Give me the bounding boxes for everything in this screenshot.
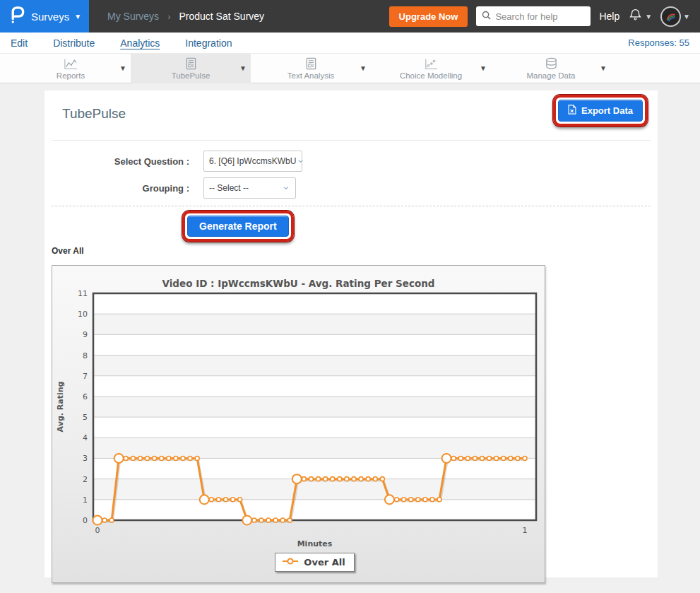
- nav-item-edit[interactable]: Edit: [11, 37, 28, 49]
- card-header: TubePulse Export Data: [45, 90, 658, 131]
- chevron-down-icon: ⌄: [281, 183, 290, 189]
- grouping-value: -- Select --: [209, 183, 281, 193]
- tab-manage-data[interactable]: Manage Data▼: [491, 54, 611, 83]
- dashed-divider: [52, 206, 651, 206]
- questionpro-logo-icon: [8, 4, 26, 29]
- top-navbar: Surveys ▼ My Surveys › Product Sat Surve…: [0, 0, 700, 33]
- account-menu[interactable]: ▼: [660, 6, 690, 27]
- report-doc-icon: [305, 57, 317, 71]
- svg-text:5: 5: [83, 413, 88, 422]
- legend-series-label: Over All: [304, 557, 345, 568]
- nav-item-distribute[interactable]: Distribute: [53, 37, 95, 49]
- svg-text:Avg. Rating: Avg. Rating: [56, 382, 65, 433]
- chevron-down-icon[interactable]: ▼: [480, 64, 487, 72]
- tab-choice-modelling[interactable]: Choice Modelling▼: [371, 54, 491, 83]
- rating-line-chart: 01234567891011Avg. Rating01: [52, 289, 545, 538]
- breadcrumb-current-survey: Product Sat Survey: [179, 11, 264, 22]
- brand-menu[interactable]: Surveys ▼: [0, 0, 89, 33]
- annotation-highlight-export: Export Data: [553, 95, 648, 127]
- chevron-down-icon: ▼: [74, 13, 81, 20]
- report-doc-icon: [185, 57, 197, 71]
- responses-count: Responses: 55: [628, 37, 689, 48]
- excel-file-icon: [568, 105, 576, 117]
- chevron-down-icon: ▼: [645, 13, 652, 20]
- notifications-menu[interactable]: ▼: [628, 7, 652, 25]
- svg-text:9: 9: [83, 330, 88, 339]
- chart-legend: Over All: [93, 553, 536, 572]
- upgrade-now-button[interactable]: Upgrade Now: [389, 6, 468, 27]
- help-search[interactable]: [476, 6, 591, 26]
- chevron-down-icon[interactable]: ▼: [119, 64, 126, 72]
- tab-label: TubePulse: [172, 71, 210, 80]
- legend-series-marker-icon: [283, 556, 298, 568]
- tab-text-analysis[interactable]: Text Analysis▼: [251, 54, 371, 83]
- breadcrumb-my-surveys[interactable]: My Surveys: [107, 11, 159, 22]
- analytics-tabbar: Reports▼TubePulse▼Text Analysis▼Choice M…: [0, 54, 700, 83]
- line-chart-icon: [63, 57, 78, 71]
- svg-text:7: 7: [83, 372, 88, 381]
- nav-item-integration[interactable]: Integration: [185, 37, 232, 49]
- export-data-label: Export Data: [581, 105, 633, 116]
- chart-title: Video ID : IpWccmsKWbU - Avg. Rating Per…: [52, 266, 545, 289]
- chevron-down-icon: ⌄: [296, 156, 305, 162]
- svg-text:1: 1: [523, 526, 528, 535]
- svg-text:11: 11: [78, 289, 88, 298]
- chevron-down-icon: ▼: [683, 13, 690, 20]
- bell-icon: [628, 7, 643, 25]
- select-question-dropdown[interactable]: 6. [Q6] IpWccmsKWbU ⌄: [203, 151, 302, 172]
- svg-text:0: 0: [83, 516, 88, 525]
- svg-text:3: 3: [83, 454, 88, 463]
- report-form: Select Question : 6. [Q6] IpWccmsKWbU ⌄ …: [45, 141, 658, 199]
- chevron-down-icon[interactable]: ▼: [600, 64, 607, 72]
- brand-product-label: Surveys: [31, 11, 69, 23]
- svg-text:6: 6: [83, 392, 88, 401]
- content-card: TubePulse Export Data Select Quest: [45, 90, 658, 577]
- help-link[interactable]: Help: [599, 11, 619, 22]
- grouping-dropdown[interactable]: -- Select -- ⌄: [203, 177, 296, 199]
- search-input[interactable]: [495, 11, 580, 22]
- svg-text:1: 1: [83, 495, 88, 505]
- page: Surveys ▼ My Surveys › Product Sat Surve…: [0, 0, 700, 593]
- breadcrumb-separator-icon: ›: [167, 11, 170, 22]
- search-icon: [482, 10, 491, 23]
- scatter-chart-icon: [423, 57, 439, 71]
- legend-item-overall[interactable]: Over All: [275, 553, 354, 572]
- svg-text:2: 2: [83, 475, 88, 484]
- tab-label: Reports: [57, 71, 85, 80]
- select-question-row: Select Question : 6. [Q6] IpWccmsKWbU ⌄: [52, 151, 658, 172]
- survey-section-nav: EditDistributeAnalyticsIntegration Respo…: [0, 33, 700, 54]
- tab-label: Choice Modelling: [400, 71, 462, 80]
- avatar: [660, 6, 681, 27]
- database-icon: [545, 57, 558, 71]
- svg-text:0: 0: [95, 526, 100, 535]
- select-question-label: Select Question :: [52, 156, 189, 167]
- page-title: TubePulse: [62, 106, 126, 121]
- annotation-highlight-generate: Generate Report: [182, 211, 294, 242]
- breadcrumb: My Surveys › Product Sat Survey: [107, 11, 264, 22]
- export-data-button[interactable]: Export Data: [558, 100, 643, 122]
- tab-tubepulse[interactable]: TubePulse▼: [131, 54, 251, 83]
- svg-text:4: 4: [83, 433, 88, 442]
- tab-reports[interactable]: Reports▼: [11, 54, 131, 83]
- grouping-label: Grouping :: [52, 183, 189, 194]
- topnav-right-group: Upgrade Now Help ▼: [389, 6, 700, 27]
- nav-item-analytics[interactable]: Analytics: [120, 37, 160, 49]
- tab-label: Manage Data: [526, 71, 575, 80]
- generate-report-button[interactable]: Generate Report: [187, 216, 289, 237]
- grouping-row: Grouping : -- Select -- ⌄: [52, 177, 658, 199]
- select-question-value: 6. [Q6] IpWccmsKWbU: [209, 156, 296, 166]
- overall-section-label: Over All: [52, 246, 658, 256]
- chart-x-axis-title: Minutes: [93, 539, 536, 548]
- chevron-down-icon[interactable]: ▼: [360, 64, 367, 72]
- svg-text:8: 8: [83, 351, 88, 360]
- svg-text:10: 10: [78, 310, 88, 319]
- tab-label: Text Analysis: [287, 71, 334, 80]
- chevron-down-icon[interactable]: ▼: [239, 64, 247, 72]
- tubepulse-chart-panel: Video ID : IpWccmsKWbU - Avg. Rating Per…: [52, 265, 545, 583]
